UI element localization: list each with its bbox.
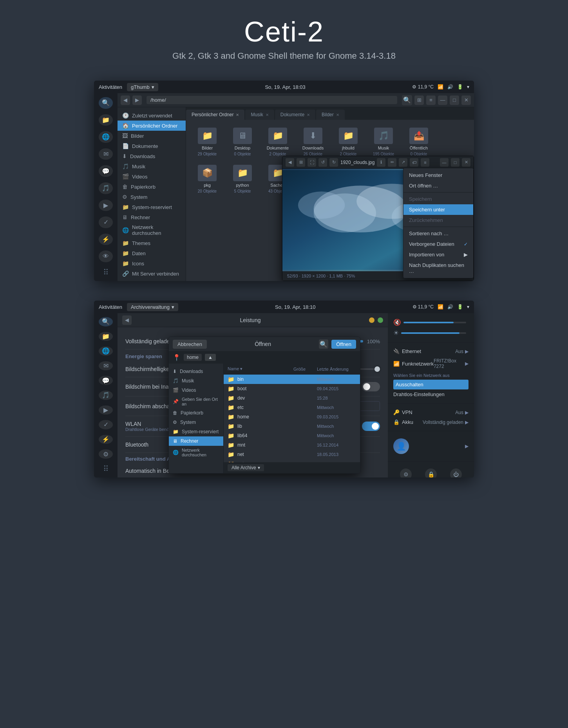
sidebar-icon-music[interactable]: 🎵 [99, 182, 113, 194]
list-view-button[interactable]: ≡ [426, 96, 436, 105]
iv-rotate-right-button[interactable]: ↻ [329, 158, 338, 167]
sidebar-icon-chat-2[interactable]: 💬 [99, 376, 113, 385]
fd-item-downloads[interactable]: ⬇ Downloads [169, 367, 223, 376]
iv-minimize-button[interactable]: — [440, 158, 449, 167]
nav-item-system-reserved[interactable]: 📁 System-reserviert [118, 202, 186, 212]
fd-open-button[interactable]: Öffnen [331, 340, 356, 349]
wireless-settings-row[interactable]: Drahtlos-Einstellungen [393, 389, 469, 399]
arrow-icon[interactable]: ▶ [465, 443, 469, 449]
sidebar-icon-chat[interactable]: 💬 [99, 165, 113, 177]
sidebar-icon-search-2[interactable]: 🔍 [99, 317, 113, 326]
nav-item-recent[interactable]: 🕐 Zuletzt verwendet [118, 110, 186, 121]
nav-item-computer[interactable]: 🖥 Rechner [118, 212, 186, 222]
iv-close-button[interactable]: ✕ [462, 158, 470, 167]
fd-file-opt[interactable]: 📁 opt 25.07.2014 [224, 459, 360, 462]
nav-item-home[interactable]: 🏠 Persönlicher Ordner [118, 121, 186, 131]
fd-file-dev[interactable]: 📁 dev 15:28 [224, 393, 360, 403]
volume-slider[interactable] [403, 322, 466, 323]
fd-file-lib[interactable]: 📁 lib Mittwoch [224, 422, 360, 431]
fd-item-location[interactable]: 📌 Geben Sie den Ort an [169, 395, 223, 408]
close-button[interactable]: ✕ [461, 96, 471, 105]
nav-item-downloads[interactable]: ⬇ Downloads [118, 151, 186, 161]
sidebar-icon-lightning[interactable]: ⚡ [99, 234, 113, 245]
sidebar-icon-play[interactable]: ▶ [99, 200, 113, 211]
sidebar-icon-music-2[interactable]: 🎵 [99, 391, 113, 400]
file-jhbuild[interactable]: 📁 jhbuild 2 Objekte [333, 125, 364, 159]
ctx-save-as[interactable]: Speichern unter [403, 204, 473, 215]
search-button[interactable]: 🔍 [402, 95, 412, 105]
fd-item-trash[interactable]: 🗑 Papierkorb [169, 408, 223, 418]
tab-close-icon[interactable]: ✕ [307, 113, 310, 117]
ausschalten-row[interactable]: Ausschalten [393, 380, 469, 389]
ctx-open-location[interactable]: Ort öffnen … [403, 180, 473, 191]
grid-view-button[interactable]: ⊞ [414, 96, 424, 105]
iv-maximize-button[interactable]: □ [451, 158, 459, 167]
ctx-hidden-files[interactable]: Verborgene Dateien ✓ [403, 239, 473, 249]
ctx-import[interactable]: Importieren von ▶ [403, 249, 473, 260]
nav-item-documents[interactable]: 📄 Dokumente [118, 141, 186, 151]
nav-item-trash[interactable]: 🗑 Papierkorb [118, 182, 186, 192]
nav-item-icons[interactable]: 📁 Icons [118, 258, 186, 268]
fd-file-bin[interactable]: 📁 bin Mittwoch [224, 375, 360, 384]
iv-share-button[interactable]: ↗ [399, 158, 407, 167]
nav-item-pictures[interactable]: 🖼 Bilder [118, 131, 186, 141]
fd-filter-select[interactable]: Alle Archive ▾ [228, 464, 264, 471]
fd-home-button[interactable]: home [184, 354, 202, 361]
sidebar-icon-search[interactable]: 🔍 [99, 97, 113, 109]
nav-item-network[interactable]: 🌐 Netzwerk durchsuchen [118, 222, 186, 238]
path-bar[interactable]: /home/ [147, 96, 397, 104]
sidebar-icon-check[interactable]: ✓ [99, 216, 113, 228]
settings-back-button[interactable]: ◀ [122, 315, 132, 325]
chevron-down-icon[interactable]: ▾ [467, 84, 469, 90]
tab-close-icon[interactable]: ✕ [336, 113, 339, 117]
fd-item-network[interactable]: 🌐 Netzwerk durchsuchen [169, 446, 223, 459]
maximize-button[interactable]: □ [450, 96, 459, 105]
fd-search-button[interactable]: 🔍 [319, 339, 328, 349]
sidebar-icon-check-2[interactable]: ✓ [99, 420, 113, 429]
file-pkg[interactable]: 📦 pkg 20 Objekte [192, 162, 223, 196]
sidebar-icon-settings-2[interactable]: ⚙ [99, 449, 113, 459]
sidebar-icon-browser-2[interactable]: 🌐 [99, 346, 113, 356]
dim-toggle[interactable] [362, 382, 380, 391]
file-bilder[interactable]: 📁 Bilder 29 Objekte [192, 125, 223, 159]
sidebar-icon-files[interactable]: 📁 [99, 114, 113, 126]
file-dokumente[interactable]: 📁 Dokumente 2 Objekte [262, 125, 293, 159]
fd-file-home[interactable]: 📁 home 09.03.2015 [224, 412, 360, 422]
file-musik[interactable]: 🎵 Musik 195 Objekte [368, 125, 399, 159]
tab-home[interactable]: Persönlicher Ordner ✕ [186, 110, 244, 120]
tab-documents[interactable]: Dokumente ✕ [275, 110, 315, 120]
tab-close-icon[interactable]: ✕ [236, 113, 239, 117]
settings-action-button[interactable]: ⚙ [400, 469, 412, 478]
ctx-sort[interactable]: Sortieren nach … [403, 228, 473, 239]
chevron-down-icon-2[interactable]: ▾ [467, 304, 469, 310]
arrow-icon[interactable]: ▶ [465, 361, 469, 366]
minimize-button[interactable]: — [438, 96, 447, 105]
iv-rotate-left-button[interactable]: ↺ [318, 158, 327, 167]
fd-file-mnt[interactable]: 📁 mnt 16.12.2014 [224, 440, 360, 450]
ctx-new-window[interactable]: Neues Fenster [403, 170, 473, 180]
minimize-button[interactable] [369, 317, 374, 323]
file-offentlich[interactable]: 📤 Öffentlich 0 Objekte [403, 125, 434, 159]
file-python[interactable]: 📁 python 5 Objekte [227, 162, 258, 196]
forward-button[interactable]: ▶ [132, 96, 142, 105]
activities-button-2[interactable]: Aktivitäten [99, 304, 122, 310]
fd-item-computer[interactable]: 🖥 Rechner [169, 436, 223, 446]
tab-close-icon[interactable]: ✕ [266, 113, 269, 117]
arrow-icon[interactable]: ▶ [465, 410, 469, 415]
sidebar-icon-browser[interactable]: 🌐 [99, 131, 113, 143]
maximize-button[interactable] [378, 317, 383, 323]
fd-item-videos[interactable]: 🎬 Videos [169, 386, 223, 395]
lock-action-button[interactable]: 🔒 [425, 469, 437, 478]
sidebar-icon-files-2[interactable]: 📁 [99, 332, 113, 341]
file-desktop[interactable]: 🖥 Desktop 0 Objekte [227, 125, 258, 159]
fd-cancel-button[interactable]: Abbrechen [173, 340, 207, 349]
ctx-duplicates[interactable]: Nach Duplikaten suchen … [403, 260, 473, 276]
arrow-icon[interactable]: ▶ [465, 349, 469, 354]
sidebar-icon-mail-2[interactable]: ✉ [99, 361, 113, 371]
fd-file-lib64[interactable]: 📁 lib64 Mittwoch [224, 431, 360, 440]
fd-item-system[interactable]: ⚙ System [169, 418, 223, 427]
nav-item-themes[interactable]: 📁 Themes [118, 238, 186, 248]
iv-list-button[interactable]: ≡ [421, 158, 429, 167]
app-menu[interactable]: gThumb ▾ [127, 83, 158, 91]
nav-item-system[interactable]: ⚙ System [118, 192, 186, 202]
